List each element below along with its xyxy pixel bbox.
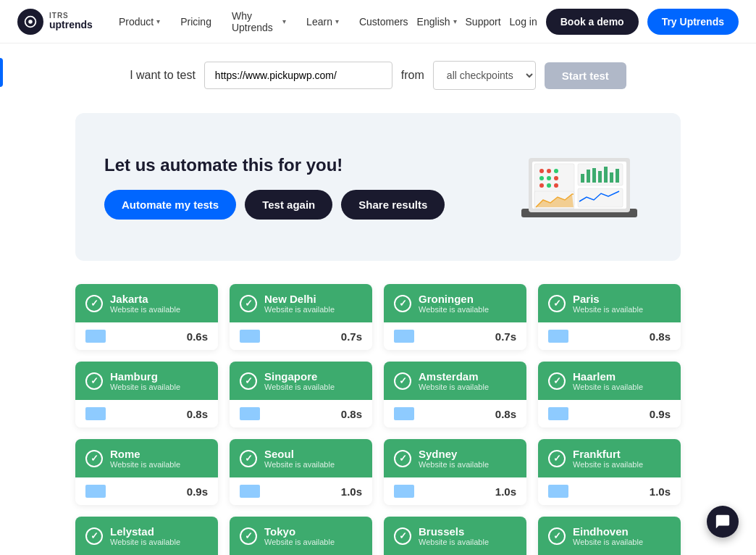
svg-point-1 [28,20,33,24]
svg-rect-20 [604,167,608,183]
city-name: Frankfurt [573,448,643,460]
response-time: 1.0s [341,485,362,498]
result-card: ✓ Brussels Website is available 1.1s [384,517,526,555]
time-bar [548,407,568,420]
card-info: Singapore Website is available [264,370,335,391]
card-header: ✓ Singapore Website is available [230,362,372,400]
card-body: 0.7s [384,322,526,350]
check-icon: ✓ [240,527,257,545]
test-bar: I want to test from all checkpoints Star… [17,43,739,107]
nav-why[interactable]: Why Uptrends ▾ [223,4,295,39]
card-info: Amsterdam Website is available [419,370,489,391]
svg-rect-19 [598,171,602,183]
svg-point-13 [547,183,551,188]
status-text: Website is available [419,538,489,546]
card-header: ✓ Haarlem Website is available [538,362,681,400]
check-icon: ✓ [85,450,103,467]
automate-button[interactable]: Automate my tests [104,190,236,220]
svg-point-11 [554,176,558,180]
share-results-button[interactable]: Share results [341,190,445,220]
url-input[interactable] [204,62,392,89]
response-time: 0.8s [341,408,362,420]
check-icon: ✓ [394,372,411,390]
svg-point-8 [554,169,558,173]
city-name: Amsterdam [419,370,489,383]
start-test-button[interactable]: Start test [545,62,626,89]
support-link[interactable]: Support [466,16,501,28]
nav-product[interactable]: Product ▾ [110,10,169,33]
card-body: 0.8s [384,400,526,427]
promo-illustration [507,136,652,238]
card-header: ✓ Sydney Website is available [384,439,526,477]
logo[interactable]: ITRS uptrends [17,9,93,35]
results-grid: ✓ Jakarta Website is available 0.6s ✓ Ne… [17,284,739,555]
learn-chevron-icon: ▾ [335,17,339,25]
card-info: Lelystad Website is available [110,525,180,546]
status-text: Website is available [110,460,180,469]
status-text: Website is available [573,460,643,469]
card-body: 0.9s [538,400,681,427]
city-name: Eindhoven [573,525,643,538]
card-header: ✓ Hamburg Website is available [75,362,218,400]
time-bar [394,485,414,498]
card-info: Rome Website is available [110,448,180,469]
card-info: Paris Website is available [573,293,643,314]
response-time: 0.9s [650,408,671,420]
nav-customers[interactable]: Customers [350,10,417,33]
card-info: Sydney Website is available [419,448,489,469]
status-text: Website is available [573,383,643,391]
result-card: ✓ Jakarta Website is available 0.6s [75,284,218,350]
card-header: ✓ Tokyo Website is available [230,517,372,555]
city-name: New Delhi [264,293,335,305]
result-card: ✓ Hamburg Website is available 0.8s [75,362,218,427]
result-card: ✓ Groningen Website is available 0.7s [384,284,526,350]
status-text: Website is available [264,383,335,391]
time-bar [548,330,568,343]
svg-rect-17 [587,170,590,183]
status-text: Website is available [264,460,335,469]
city-name: Haarlem [573,370,643,383]
try-button[interactable]: Try Uptrends [647,9,739,35]
status-text: Website is available [110,383,180,391]
result-card: ✓ Sydney Website is available 1.0s [384,439,526,505]
logo-text: ITRS uptrends [49,12,93,30]
promo-banner: Let us automate this for you! Automate m… [75,113,681,261]
card-body: 0.8s [538,322,681,350]
time-bar [85,407,106,420]
svg-rect-22 [616,169,619,183]
check-icon: ✓ [85,372,103,390]
response-time: 1.0s [650,485,671,498]
language-selector[interactable]: English ▾ [417,16,457,28]
svg-point-12 [539,183,544,188]
nav-pricing[interactable]: Pricing [172,10,220,33]
response-time: 0.9s [187,485,208,498]
city-name: Tokyo [264,525,335,538]
nav-learn[interactable]: Learn ▾ [298,10,348,33]
time-bar [394,407,414,420]
response-time: 0.7s [495,330,516,343]
card-header: ✓ Jakarta Website is available [75,284,218,322]
card-header: ✓ Lelystad Website is available [75,517,218,555]
login-link[interactable]: Log in [510,16,537,28]
check-icon: ✓ [394,295,411,312]
status-text: Website is available [110,538,180,546]
result-card: ✓ Seoul Website is available 1.0s [230,439,372,505]
book-demo-button[interactable]: Book a demo [546,9,639,35]
main-content: I want to test from all checkpoints Star… [0,43,756,555]
check-icon: ✓ [394,450,411,467]
checkpoints-select[interactable]: all checkpoints [433,61,536,90]
from-label: from [401,69,424,82]
promo-content: Let us automate this for you! Automate m… [104,155,445,220]
card-header: ✓ Rome Website is available [75,439,218,477]
svg-point-14 [554,183,558,188]
left-accent [0,58,3,87]
test-again-button[interactable]: Test again [245,190,332,220]
response-time: 0.7s [341,330,362,343]
card-info: Eindhoven Website is available [573,525,643,546]
card-header: ✓ Frankfurt Website is available [538,439,681,477]
chat-button[interactable] [707,506,739,538]
time-bar [548,485,568,498]
status-text: Website is available [264,305,335,314]
city-name: Lelystad [110,525,180,538]
city-name: Rome [110,448,180,460]
